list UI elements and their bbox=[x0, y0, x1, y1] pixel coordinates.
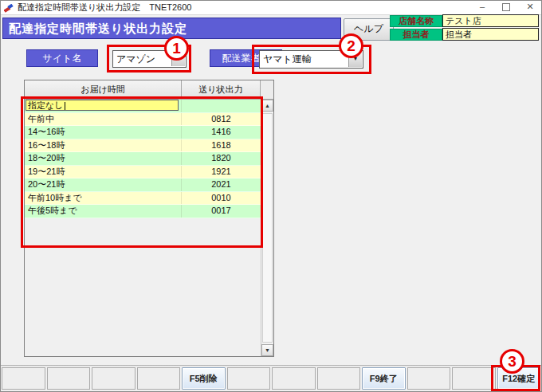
table-row[interactable]: 18〜20時1820 bbox=[25, 152, 261, 166]
window-controls: – ✕ bbox=[470, 0, 542, 14]
carrier-name-select[interactable]: ヤマト運輸 ▼ bbox=[259, 50, 363, 69]
code-cell[interactable]: 0812 bbox=[182, 113, 261, 126]
close-button[interactable]: ✕ bbox=[518, 0, 542, 14]
scroll-down-icon[interactable]: ▼ bbox=[261, 344, 273, 356]
maximize-button[interactable] bbox=[494, 0, 518, 14]
footer-button-empty[interactable] bbox=[452, 367, 496, 390]
site-name-select[interactable]: アマゾン ▼ bbox=[112, 50, 187, 68]
time-cell[interactable]: 14〜16時 bbox=[25, 126, 182, 139]
person-in-charge-value: 担当者 bbox=[442, 28, 539, 41]
time-cell: 指定なし bbox=[25, 100, 182, 112]
code-cell[interactable]: 1820 bbox=[182, 152, 261, 165]
site-name-label: サイト名 bbox=[26, 49, 98, 67]
page-title: 配達指定時間帯送り状出力設定 bbox=[2, 18, 341, 39]
f12-confirm-button[interactable]: F12確定 bbox=[497, 367, 541, 390]
table-row[interactable]: 16〜18時1618 bbox=[25, 139, 261, 153]
vertical-scrollbar[interactable]: ▲ ▼ bbox=[261, 100, 273, 356]
help-button[interactable]: ヘルプ bbox=[344, 18, 394, 41]
footer-button-empty[interactable] bbox=[272, 367, 316, 390]
time-cell-edit-input[interactable]: 指定なし bbox=[26, 100, 179, 111]
table-header: お届け時間 送り状出力 bbox=[25, 80, 273, 100]
window-title: 配達指定時間帯送り状出力設定 TNET2600 bbox=[18, 2, 191, 14]
time-cell[interactable]: 19〜21時 bbox=[25, 166, 182, 178]
time-cell[interactable]: 20〜21時 bbox=[25, 178, 182, 191]
footer-separator bbox=[0, 365, 542, 367]
footer-button-empty[interactable] bbox=[317, 367, 361, 390]
footer-button-empty[interactable] bbox=[137, 367, 181, 390]
code-cell[interactable]: 1416 bbox=[182, 126, 261, 139]
footer-button-empty[interactable] bbox=[407, 367, 451, 390]
scrollbar-thumb[interactable] bbox=[262, 113, 273, 343]
time-cell[interactable]: 16〜18時 bbox=[25, 139, 182, 152]
table-row[interactable]: 指定なし bbox=[25, 100, 261, 113]
site-name-value: アマゾン bbox=[116, 53, 155, 66]
time-table-body: 指定なし午前中081214〜16時141616〜18時161818〜20時182… bbox=[25, 100, 261, 356]
time-cell[interactable]: 18〜20時 bbox=[25, 152, 182, 165]
code-cell[interactable]: 0017 bbox=[182, 205, 261, 218]
app-icon bbox=[4, 2, 14, 12]
footer-button-empty[interactable] bbox=[227, 367, 271, 390]
code-cell[interactable]: 1921 bbox=[182, 166, 261, 178]
time-cell[interactable]: 午前中 bbox=[25, 113, 182, 126]
time-cell[interactable]: 午後5時まで bbox=[25, 205, 182, 218]
table-row[interactable]: 午前中0812 bbox=[25, 113, 261, 127]
code-cell[interactable]: 0010 bbox=[182, 192, 261, 205]
dropdown-arrow-icon[interactable]: ▼ bbox=[348, 52, 362, 67]
footer-button-empty[interactable] bbox=[2, 367, 45, 390]
f5-delete-button[interactable]: F5削除 bbox=[182, 367, 226, 390]
table-row[interactable]: 午前10時まで0010 bbox=[25, 192, 261, 206]
table-row[interactable]: 19〜21時1921 bbox=[25, 166, 261, 179]
titlebar: 配達指定時間帯送り状出力設定 TNET2600 – ✕ bbox=[0, 0, 542, 15]
f9-exit-button[interactable]: F9終了 bbox=[362, 367, 406, 390]
scrollbar-track[interactable] bbox=[261, 112, 273, 344]
time-cell-text: 指定なし bbox=[28, 100, 64, 110]
table-header-corner bbox=[261, 80, 273, 100]
column-header-time: お届け時間 bbox=[25, 80, 182, 100]
footer-button-empty[interactable] bbox=[47, 367, 91, 390]
store-name-label: 店舗名称 bbox=[390, 15, 442, 27]
footer-button-bar: F5削除F9終了F12確定 bbox=[2, 367, 540, 390]
table-row[interactable]: 14〜16時1416 bbox=[25, 126, 261, 139]
carrier-name-value: ヤマト運輸 bbox=[263, 53, 312, 66]
person-in-charge-label: 担当者 bbox=[390, 29, 442, 41]
minimize-button[interactable]: – bbox=[470, 0, 494, 14]
footer-button-empty[interactable] bbox=[92, 367, 136, 390]
maximize-icon bbox=[502, 3, 510, 11]
code-cell[interactable]: 1618 bbox=[182, 139, 261, 152]
store-name-value: テスト店 bbox=[442, 14, 539, 27]
time-cell[interactable]: 午前10時まで bbox=[25, 192, 182, 205]
text-caret bbox=[65, 102, 65, 110]
time-table: お届け時間 送り状出力 指定なし午前中081214〜16時141616〜18時1… bbox=[24, 80, 274, 357]
table-row[interactable]: 20〜21時2021 bbox=[25, 178, 261, 192]
code-cell[interactable]: 2021 bbox=[182, 178, 261, 191]
code-cell[interactable] bbox=[182, 100, 261, 112]
scroll-up-icon[interactable]: ▲ bbox=[261, 100, 273, 112]
table-row[interactable]: 午後5時まで0017 bbox=[25, 205, 261, 218]
column-header-code: 送り状出力 bbox=[182, 80, 261, 100]
dropdown-arrow-icon[interactable]: ▼ bbox=[171, 52, 185, 66]
